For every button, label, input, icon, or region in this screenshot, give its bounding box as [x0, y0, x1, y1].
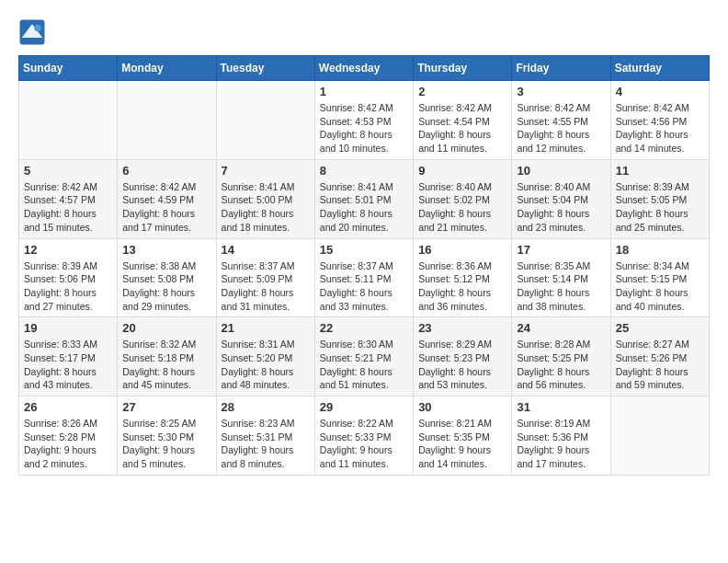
day-number: 17 — [517, 243, 605, 257]
calendar-cell — [19, 81, 118, 160]
calendar-cell: 23Sunrise: 8:29 AM Sunset: 5:23 PM Dayli… — [414, 317, 512, 396]
calendar-cell: 3Sunrise: 8:42 AM Sunset: 4:55 PM Daylig… — [512, 81, 610, 160]
day-header-wednesday: Wednesday — [314, 56, 413, 81]
day-info: Sunrise: 8:35 AM Sunset: 5:14 PM Dayligh… — [517, 259, 605, 314]
day-number: 22 — [320, 321, 408, 335]
calendar-cell: 30Sunrise: 8:21 AM Sunset: 5:35 PM Dayli… — [414, 396, 512, 476]
day-number: 11 — [616, 164, 704, 178]
calendar-cell: 6Sunrise: 8:42 AM Sunset: 4:59 PM Daylig… — [118, 159, 216, 238]
logo — [18, 18, 50, 46]
calendar-cell: 20Sunrise: 8:32 AM Sunset: 5:18 PM Dayli… — [118, 317, 216, 396]
day-number: 14 — [222, 243, 310, 257]
calendar-cell: 10Sunrise: 8:40 AM Sunset: 5:04 PM Dayli… — [512, 159, 610, 238]
day-info: Sunrise: 8:21 AM Sunset: 5:35 PM Dayligh… — [418, 417, 506, 471]
day-info: Sunrise: 8:32 AM Sunset: 5:18 PM Dayligh… — [122, 338, 210, 392]
day-info: Sunrise: 8:36 AM Sunset: 5:12 PM Dayligh… — [418, 259, 506, 314]
calendar-cell: 17Sunrise: 8:35 AM Sunset: 5:14 PM Dayli… — [512, 238, 610, 317]
day-number: 29 — [320, 400, 408, 414]
day-number: 2 — [418, 85, 506, 98]
day-info: Sunrise: 8:38 AM Sunset: 5:08 PM Dayligh… — [122, 259, 210, 314]
day-number: 16 — [418, 243, 506, 257]
day-number: 28 — [222, 400, 310, 414]
day-info: Sunrise: 8:34 AM Sunset: 5:15 PM Dayligh… — [616, 259, 704, 314]
calendar-cell — [118, 81, 216, 160]
day-header-saturday: Saturday — [610, 56, 709, 81]
day-number: 23 — [418, 321, 506, 335]
day-info: Sunrise: 8:42 AM Sunset: 4:53 PM Dayligh… — [320, 101, 408, 155]
day-info: Sunrise: 8:23 AM Sunset: 5:31 PM Dayligh… — [222, 417, 310, 471]
day-number: 9 — [418, 164, 506, 178]
day-info: Sunrise: 8:30 AM Sunset: 5:21 PM Dayligh… — [320, 338, 408, 392]
calendar-week-row: 19Sunrise: 8:33 AM Sunset: 5:17 PM Dayli… — [19, 317, 710, 396]
day-info: Sunrise: 8:26 AM Sunset: 5:28 PM Dayligh… — [24, 417, 112, 471]
day-number: 1 — [320, 85, 408, 98]
calendar-cell: 16Sunrise: 8:36 AM Sunset: 5:12 PM Dayli… — [414, 238, 512, 317]
day-info: Sunrise: 8:40 AM Sunset: 5:02 PM Dayligh… — [418, 180, 506, 235]
day-number: 19 — [24, 321, 112, 335]
calendar-cell: 31Sunrise: 8:19 AM Sunset: 5:36 PM Dayli… — [512, 396, 610, 476]
day-number: 30 — [418, 400, 506, 414]
calendar-cell: 22Sunrise: 8:30 AM Sunset: 5:21 PM Dayli… — [314, 317, 413, 396]
day-number: 13 — [122, 243, 210, 257]
day-info: Sunrise: 8:33 AM Sunset: 5:17 PM Dayligh… — [24, 338, 112, 392]
calendar-week-row: 1Sunrise: 8:42 AM Sunset: 4:53 PM Daylig… — [19, 81, 710, 160]
day-number: 4 — [616, 85, 704, 98]
calendar-week-row: 12Sunrise: 8:39 AM Sunset: 5:06 PM Dayli… — [19, 238, 710, 317]
day-info: Sunrise: 8:42 AM Sunset: 4:55 PM Dayligh… — [517, 101, 605, 155]
day-number: 20 — [122, 321, 210, 335]
day-info: Sunrise: 8:42 AM Sunset: 4:56 PM Dayligh… — [616, 101, 704, 155]
day-number: 6 — [122, 164, 210, 178]
day-number: 21 — [222, 321, 310, 335]
day-info: Sunrise: 8:39 AM Sunset: 5:05 PM Dayligh… — [616, 180, 704, 235]
calendar-week-row: 26Sunrise: 8:26 AM Sunset: 5:28 PM Dayli… — [19, 396, 710, 476]
day-info: Sunrise: 8:40 AM Sunset: 5:04 PM Dayligh… — [517, 180, 605, 235]
calendar-cell: 27Sunrise: 8:25 AM Sunset: 5:30 PM Dayli… — [118, 396, 216, 476]
day-number: 7 — [222, 164, 310, 178]
day-number: 31 — [517, 400, 605, 414]
day-number: 5 — [24, 164, 112, 178]
day-info: Sunrise: 8:42 AM Sunset: 4:59 PM Dayligh… — [122, 180, 210, 235]
day-number: 18 — [616, 243, 704, 257]
day-info: Sunrise: 8:28 AM Sunset: 5:25 PM Dayligh… — [517, 338, 605, 392]
calendar-table: SundayMondayTuesdayWednesdayThursdayFrid… — [18, 55, 710, 476]
day-info: Sunrise: 8:42 AM Sunset: 4:54 PM Dayligh… — [418, 101, 506, 155]
day-info: Sunrise: 8:27 AM Sunset: 5:26 PM Dayligh… — [616, 338, 704, 392]
day-info: Sunrise: 8:37 AM Sunset: 5:11 PM Dayligh… — [320, 259, 408, 314]
day-header-tuesday: Tuesday — [216, 56, 314, 81]
day-info: Sunrise: 8:19 AM Sunset: 5:36 PM Dayligh… — [517, 417, 605, 471]
calendar-cell: 2Sunrise: 8:42 AM Sunset: 4:54 PM Daylig… — [414, 81, 512, 160]
day-info: Sunrise: 8:31 AM Sunset: 5:20 PM Dayligh… — [222, 338, 310, 392]
calendar-cell — [610, 396, 709, 476]
calendar-cell: 26Sunrise: 8:26 AM Sunset: 5:28 PM Dayli… — [19, 396, 118, 476]
page-header — [18, 18, 710, 46]
day-info: Sunrise: 8:22 AM Sunset: 5:33 PM Dayligh… — [320, 417, 408, 471]
logo-icon — [18, 18, 46, 46]
calendar-cell: 13Sunrise: 8:38 AM Sunset: 5:08 PM Dayli… — [118, 238, 216, 317]
calendar-cell: 5Sunrise: 8:42 AM Sunset: 4:57 PM Daylig… — [19, 159, 118, 238]
day-info: Sunrise: 8:42 AM Sunset: 4:57 PM Dayligh… — [24, 180, 112, 235]
calendar-cell: 21Sunrise: 8:31 AM Sunset: 5:20 PM Dayli… — [216, 317, 314, 396]
day-info: Sunrise: 8:29 AM Sunset: 5:23 PM Dayligh… — [418, 338, 506, 392]
calendar-cell: 25Sunrise: 8:27 AM Sunset: 5:26 PM Dayli… — [610, 317, 709, 396]
calendar-cell: 28Sunrise: 8:23 AM Sunset: 5:31 PM Dayli… — [216, 396, 314, 476]
day-header-monday: Monday — [118, 56, 216, 81]
calendar-cell: 4Sunrise: 8:42 AM Sunset: 4:56 PM Daylig… — [610, 81, 709, 160]
day-number: 15 — [320, 243, 408, 257]
calendar-cell: 1Sunrise: 8:42 AM Sunset: 4:53 PM Daylig… — [314, 81, 413, 160]
calendar-cell — [216, 81, 314, 160]
day-number: 27 — [122, 400, 210, 414]
calendar-cell: 14Sunrise: 8:37 AM Sunset: 5:09 PM Dayli… — [216, 238, 314, 317]
day-number: 26 — [24, 400, 112, 414]
calendar-cell: 7Sunrise: 8:41 AM Sunset: 5:00 PM Daylig… — [216, 159, 314, 238]
calendar-cell: 15Sunrise: 8:37 AM Sunset: 5:11 PM Dayli… — [314, 238, 413, 317]
day-header-sunday: Sunday — [19, 56, 118, 81]
day-info: Sunrise: 8:41 AM Sunset: 5:01 PM Dayligh… — [320, 180, 408, 235]
day-info: Sunrise: 8:41 AM Sunset: 5:00 PM Dayligh… — [222, 180, 310, 235]
calendar-cell: 29Sunrise: 8:22 AM Sunset: 5:33 PM Dayli… — [314, 396, 413, 476]
svg-point-2 — [34, 25, 41, 32]
calendar-cell: 11Sunrise: 8:39 AM Sunset: 5:05 PM Dayli… — [610, 159, 709, 238]
day-number: 12 — [24, 243, 112, 257]
calendar-cell: 8Sunrise: 8:41 AM Sunset: 5:01 PM Daylig… — [314, 159, 413, 238]
calendar-week-row: 5Sunrise: 8:42 AM Sunset: 4:57 PM Daylig… — [19, 159, 710, 238]
day-info: Sunrise: 8:25 AM Sunset: 5:30 PM Dayligh… — [122, 417, 210, 471]
